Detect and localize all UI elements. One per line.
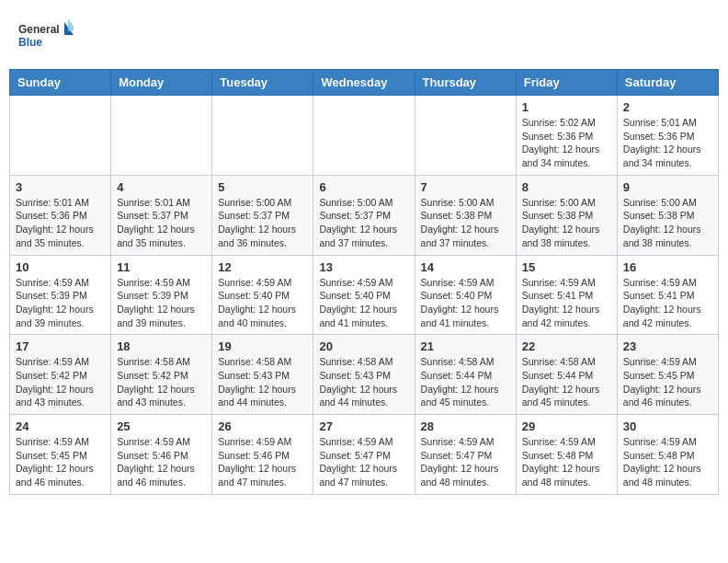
calendar-cell: 27Sunrise: 4:59 AM Sunset: 5:47 PM Dayli… [313,415,415,495]
day-info: Sunrise: 4:59 AM Sunset: 5:47 PM Dayligh… [319,435,408,489]
day-info: Sunrise: 4:59 AM Sunset: 5:39 PM Dayligh… [117,276,206,330]
day-number: 26 [218,419,307,433]
calendar-cell: 18Sunrise: 4:58 AM Sunset: 5:42 PM Dayli… [111,335,212,415]
day-info: Sunrise: 4:59 AM Sunset: 5:48 PM Dayligh… [522,435,611,489]
day-info: Sunrise: 4:58 AM Sunset: 5:43 PM Dayligh… [218,355,307,409]
calendar-cell: 16Sunrise: 4:59 AM Sunset: 5:41 PM Dayli… [617,255,718,335]
calendar-cell: 7Sunrise: 5:00 AM Sunset: 5:38 PM Daylig… [415,175,516,255]
day-info: Sunrise: 4:58 AM Sunset: 5:43 PM Dayligh… [319,355,408,409]
day-number: 14 [421,260,510,274]
day-number: 28 [421,419,510,433]
svg-text:Blue: Blue [18,36,42,49]
day-info: Sunrise: 4:59 AM Sunset: 5:46 PM Dayligh… [117,435,206,489]
day-info: Sunrise: 4:59 AM Sunset: 5:48 PM Dayligh… [623,435,712,489]
day-info: Sunrise: 4:59 AM Sunset: 5:47 PM Dayligh… [421,435,510,489]
day-header-sunday: Sunday [10,70,111,96]
calendar-cell: 12Sunrise: 4:59 AM Sunset: 5:40 PM Dayli… [212,255,313,335]
day-number: 18 [117,339,206,353]
day-number: 30 [623,419,712,433]
calendar-week-row: 17Sunrise: 4:59 AM Sunset: 5:42 PM Dayli… [10,335,719,415]
day-number: 27 [319,419,408,433]
calendar-week-row: 1Sunrise: 5:02 AM Sunset: 5:36 PM Daylig… [10,96,719,176]
day-info: Sunrise: 4:59 AM Sunset: 5:45 PM Dayligh… [623,355,712,409]
day-number: 15 [522,260,611,274]
day-info: Sunrise: 5:00 AM Sunset: 5:37 PM Dayligh… [319,196,408,250]
calendar-cell: 25Sunrise: 4:59 AM Sunset: 5:46 PM Dayli… [111,415,212,495]
calendar-cell: 19Sunrise: 4:58 AM Sunset: 5:43 PM Dayli… [212,335,313,415]
calendar-cell [313,96,415,176]
calendar-cell: 15Sunrise: 4:59 AM Sunset: 5:41 PM Dayli… [516,255,617,335]
logo: General Blue [18,18,74,57]
calendar-cell: 28Sunrise: 4:59 AM Sunset: 5:47 PM Dayli… [415,415,516,495]
day-header-monday: Monday [111,70,212,96]
day-number: 7 [421,180,510,194]
calendar-cell: 11Sunrise: 4:59 AM Sunset: 5:39 PM Dayli… [111,255,212,335]
day-info: Sunrise: 4:59 AM Sunset: 5:41 PM Dayligh… [623,276,712,330]
day-number: 5 [218,180,307,194]
day-info: Sunrise: 5:00 AM Sunset: 5:38 PM Dayligh… [623,196,712,250]
day-info: Sunrise: 4:58 AM Sunset: 5:42 PM Dayligh… [117,355,206,409]
calendar-cell: 5Sunrise: 5:00 AM Sunset: 5:37 PM Daylig… [212,175,313,255]
day-number: 25 [117,419,206,433]
day-info: Sunrise: 4:59 AM Sunset: 5:46 PM Dayligh… [218,435,307,489]
calendar-table: SundayMondayTuesdayWednesdayThursdayFrid… [9,69,719,495]
day-info: Sunrise: 5:01 AM Sunset: 5:37 PM Dayligh… [117,196,206,250]
calendar-week-row: 3Sunrise: 5:01 AM Sunset: 5:36 PM Daylig… [10,175,719,255]
day-info: Sunrise: 5:01 AM Sunset: 5:36 PM Dayligh… [623,116,712,170]
day-info: Sunrise: 4:59 AM Sunset: 5:45 PM Dayligh… [16,435,105,489]
day-number: 17 [16,339,105,353]
day-number: 6 [319,180,408,194]
calendar-cell: 24Sunrise: 4:59 AM Sunset: 5:45 PM Dayli… [10,415,111,495]
calendar-cell: 9Sunrise: 5:00 AM Sunset: 5:38 PM Daylig… [617,175,718,255]
day-number: 11 [117,260,206,274]
calendar-cell: 10Sunrise: 4:59 AM Sunset: 5:39 PM Dayli… [10,255,111,335]
day-info: Sunrise: 4:59 AM Sunset: 5:40 PM Dayligh… [421,276,510,330]
calendar-cell: 6Sunrise: 5:00 AM Sunset: 5:37 PM Daylig… [313,175,415,255]
day-number: 24 [16,419,105,433]
day-header-wednesday: Wednesday [313,70,415,96]
day-number: 3 [16,180,105,194]
day-number: 20 [319,339,408,353]
day-number: 13 [319,260,408,274]
calendar-cell: 20Sunrise: 4:58 AM Sunset: 5:43 PM Dayli… [313,335,415,415]
day-info: Sunrise: 5:01 AM Sunset: 5:36 PM Dayligh… [16,196,105,250]
calendar-cell: 2Sunrise: 5:01 AM Sunset: 5:36 PM Daylig… [617,96,718,176]
day-number: 16 [623,260,712,274]
day-number: 1 [522,100,611,114]
calendar-week-row: 10Sunrise: 4:59 AM Sunset: 5:39 PM Dayli… [10,255,719,335]
calendar-cell: 26Sunrise: 4:59 AM Sunset: 5:46 PM Dayli… [212,415,313,495]
day-info: Sunrise: 4:59 AM Sunset: 5:39 PM Dayligh… [16,276,105,330]
calendar-header-row: SundayMondayTuesdayWednesdayThursdayFrid… [10,70,719,96]
calendar-cell [415,96,516,176]
page-header: General Blue [9,9,719,62]
day-info: Sunrise: 4:58 AM Sunset: 5:44 PM Dayligh… [522,355,611,409]
day-number: 10 [16,260,105,274]
day-info: Sunrise: 4:58 AM Sunset: 5:44 PM Dayligh… [421,355,510,409]
day-header-tuesday: Tuesday [212,70,313,96]
day-info: Sunrise: 5:00 AM Sunset: 5:38 PM Dayligh… [421,196,510,250]
day-number: 2 [623,100,712,114]
calendar-cell: 29Sunrise: 4:59 AM Sunset: 5:48 PM Dayli… [516,415,617,495]
day-header-thursday: Thursday [415,70,516,96]
svg-text:General: General [18,23,60,36]
calendar-cell: 23Sunrise: 4:59 AM Sunset: 5:45 PM Dayli… [617,335,718,415]
day-info: Sunrise: 4:59 AM Sunset: 5:40 PM Dayligh… [319,276,408,330]
svg-marker-3 [68,18,74,31]
day-number: 12 [218,260,307,274]
calendar-cell: 13Sunrise: 4:59 AM Sunset: 5:40 PM Dayli… [313,255,415,335]
logo-svg: General Blue [18,18,74,57]
day-number: 21 [421,339,510,353]
calendar-cell: 22Sunrise: 4:58 AM Sunset: 5:44 PM Dayli… [516,335,617,415]
day-info: Sunrise: 5:00 AM Sunset: 5:37 PM Dayligh… [218,196,307,250]
calendar-cell: 3Sunrise: 5:01 AM Sunset: 5:36 PM Daylig… [10,175,111,255]
day-info: Sunrise: 4:59 AM Sunset: 5:42 PM Dayligh… [16,355,105,409]
day-info: Sunrise: 5:02 AM Sunset: 5:36 PM Dayligh… [522,116,611,170]
calendar-cell: 1Sunrise: 5:02 AM Sunset: 5:36 PM Daylig… [516,96,617,176]
calendar-cell [10,96,111,176]
calendar-week-row: 24Sunrise: 4:59 AM Sunset: 5:45 PM Dayli… [10,415,719,495]
day-number: 8 [522,180,611,194]
day-info: Sunrise: 4:59 AM Sunset: 5:40 PM Dayligh… [218,276,307,330]
calendar-cell: 21Sunrise: 4:58 AM Sunset: 5:44 PM Dayli… [415,335,516,415]
day-number: 19 [218,339,307,353]
calendar-cell [111,96,212,176]
